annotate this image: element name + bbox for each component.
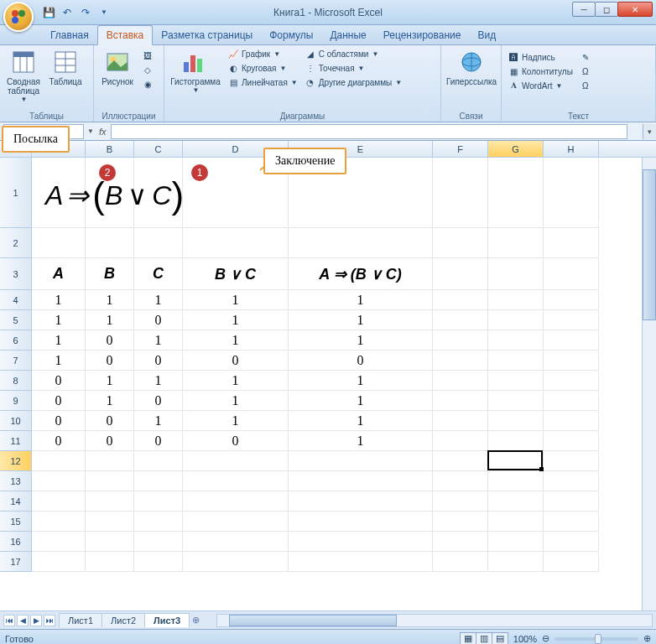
row-header-8[interactable]: 8: [0, 371, 32, 391]
cell-B6[interactable]: 0: [86, 330, 134, 351]
cell-D11[interactable]: 0: [183, 431, 289, 451]
cell-F12[interactable]: [433, 451, 488, 471]
tab-insert[interactable]: Вставка: [97, 25, 154, 45]
cell-G4[interactable]: [488, 290, 544, 310]
cell-C16[interactable]: [134, 532, 183, 552]
other-charts-button[interactable]: ◔Другие диаграммы▼: [302, 75, 404, 89]
sheet-tab-Лист3[interactable]: Лист3: [144, 613, 190, 627]
cell-C12[interactable]: [134, 451, 183, 471]
cell-C11[interactable]: 0: [134, 431, 183, 451]
cell-C9[interactable]: 0: [134, 391, 183, 411]
formula-input[interactable]: [111, 124, 627, 139]
picture-button[interactable]: Рисунок: [97, 47, 138, 88]
cell-G10[interactable]: [488, 411, 544, 431]
save-icon[interactable]: 💾: [42, 6, 55, 19]
cell-A10[interactable]: 0: [32, 411, 86, 431]
symbol-button[interactable]: Ω: [577, 79, 594, 92]
redo-icon[interactable]: ↷: [79, 6, 92, 19]
cell-H3[interactable]: [544, 258, 599, 290]
cell-F8[interactable]: [433, 371, 488, 391]
cell-A6[interactable]: 1: [32, 330, 86, 351]
column-header-F[interactable]: F: [433, 141, 488, 157]
cell-A9[interactable]: 0: [32, 391, 86, 411]
cell-B13[interactable]: [86, 471, 134, 491]
cell-B7[interactable]: 0: [86, 351, 134, 371]
row-header-11[interactable]: 11: [0, 431, 32, 451]
zoom-out-button[interactable]: ⊖: [542, 633, 549, 644]
office-button[interactable]: [3, 2, 34, 32]
cell-D15[interactable]: [183, 512, 289, 532]
cell-G1[interactable]: [488, 158, 544, 228]
object-button[interactable]: Ω: [577, 65, 594, 78]
fx-icon[interactable]: fx: [99, 127, 107, 137]
smartart-button[interactable]: ◉: [139, 77, 156, 91]
cell-F1[interactable]: [433, 158, 488, 228]
column-header-G[interactable]: G: [488, 141, 544, 157]
cell-F5[interactable]: [433, 310, 488, 330]
cell-E6[interactable]: 1: [289, 330, 433, 351]
vertical-scrollbar[interactable]: [642, 158, 656, 610]
cell-E5[interactable]: 1: [289, 310, 433, 330]
cell-H4[interactable]: [544, 290, 599, 310]
signature-button[interactable]: ✎: [577, 50, 594, 64]
column-header-C[interactable]: C: [134, 141, 183, 157]
cell-E14[interactable]: [289, 491, 433, 512]
cell-E2[interactable]: [289, 228, 433, 258]
row-header-15[interactable]: 15: [0, 512, 32, 532]
cell-F13[interactable]: [433, 471, 488, 491]
bar-chart-button[interactable]: ▤Линейчатая▼: [225, 75, 300, 89]
column-header-H[interactable]: H: [544, 141, 599, 157]
row-header-3[interactable]: 3: [0, 258, 32, 290]
tab-view[interactable]: Вид: [469, 26, 504, 44]
tab-page-layout[interactable]: Разметка страницы: [153, 26, 261, 44]
cell-A11[interactable]: 0: [32, 431, 86, 451]
cell-G11[interactable]: [488, 431, 544, 451]
cell-A4[interactable]: 1: [32, 290, 86, 310]
row-header-9[interactable]: 9: [0, 391, 32, 411]
cell-A15[interactable]: [32, 512, 86, 532]
column-chart-button[interactable]: Гистограмма▼: [168, 47, 223, 96]
cell-H15[interactable]: [544, 512, 599, 532]
cell-H5[interactable]: [544, 310, 599, 330]
undo-icon[interactable]: ↶: [60, 6, 74, 19]
qat-dropdown-icon[interactable]: ▼: [97, 6, 111, 19]
cell-D4[interactable]: 1: [183, 290, 289, 310]
cell-F4[interactable]: [433, 290, 488, 310]
cell-H11[interactable]: [544, 431, 599, 451]
tab-review[interactable]: Рецензирование: [375, 26, 470, 44]
cell-F3[interactable]: [433, 258, 488, 290]
hyperlink-button[interactable]: Гиперссылка: [445, 47, 498, 88]
cell-E15[interactable]: [289, 512, 433, 532]
cell-G9[interactable]: [488, 391, 544, 411]
cell-B16[interactable]: [86, 532, 134, 552]
cell-B14[interactable]: [86, 491, 134, 512]
cell-G3[interactable]: [488, 258, 544, 290]
cell-E9[interactable]: 1: [289, 391, 433, 411]
area-chart-button[interactable]: ◢С областями▼: [302, 47, 404, 60]
row-header-14[interactable]: 14: [0, 491, 32, 512]
sheet-nav-first[interactable]: ⏮: [3, 615, 15, 626]
table-button[interactable]: Таблица: [45, 47, 86, 88]
cell-H1[interactable]: [544, 158, 599, 228]
cell-B3[interactable]: B: [86, 258, 134, 290]
row-header-5[interactable]: 5: [0, 310, 32, 330]
cell-G6[interactable]: [488, 330, 544, 351]
view-page-layout[interactable]: ▥: [476, 632, 492, 645]
cell-F11[interactable]: [433, 431, 488, 451]
cell-H17[interactable]: [544, 552, 599, 572]
cell-B11[interactable]: 0: [86, 431, 134, 451]
minimize-button[interactable]: ─: [572, 2, 596, 17]
horizontal-scrollbar[interactable]: [216, 614, 653, 627]
cell-B2[interactable]: [86, 228, 134, 258]
row-header-2[interactable]: 2: [0, 228, 32, 258]
worksheet[interactable]: ABCDEFGH 123ABCB ∨ CA ⇒ (B ∨ C)411111511…: [0, 141, 656, 610]
cell-G14[interactable]: [488, 491, 544, 512]
tab-home[interactable]: Главная: [42, 26, 97, 44]
cell-H6[interactable]: [544, 330, 599, 351]
cell-C8[interactable]: 1: [134, 371, 183, 391]
cell-B10[interactable]: 0: [86, 411, 134, 431]
cell-E8[interactable]: 1: [289, 371, 433, 391]
tab-formulas[interactable]: Формулы: [261, 26, 321, 44]
cell-G13[interactable]: [488, 471, 544, 491]
cell-C10[interactable]: 1: [134, 411, 183, 431]
